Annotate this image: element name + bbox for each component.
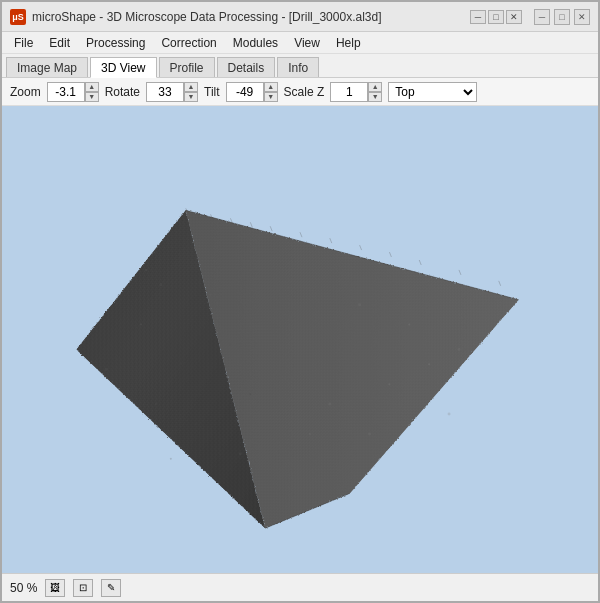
3d-shape bbox=[2, 106, 598, 573]
tilt-down-button[interactable]: ▼ bbox=[264, 92, 278, 102]
mdi-minimize-button[interactable]: ─ bbox=[470, 10, 486, 24]
rotate-label: Rotate bbox=[105, 85, 140, 99]
svg-point-22 bbox=[170, 458, 172, 460]
mdi-controls: ─ □ ✕ bbox=[470, 10, 522, 24]
rotate-spinner: 33 ▲ ▼ bbox=[146, 82, 198, 102]
svg-point-30 bbox=[457, 348, 460, 351]
svg-point-18 bbox=[210, 294, 212, 296]
svg-point-26 bbox=[105, 368, 108, 371]
title-bar: μS microShape - 3D Microscope Data Proce… bbox=[2, 2, 598, 32]
menu-help[interactable]: Help bbox=[328, 32, 369, 53]
zoom-percent: 50 % bbox=[10, 581, 37, 595]
app-icon: μS bbox=[10, 9, 26, 25]
svg-point-14 bbox=[159, 283, 162, 286]
scalez-spinner-buttons: ▲ ▼ bbox=[368, 82, 382, 102]
svg-point-24 bbox=[110, 343, 112, 345]
menu-view[interactable]: View bbox=[286, 32, 328, 53]
minimize-button[interactable]: ─ bbox=[534, 9, 550, 25]
close-button[interactable]: ✕ bbox=[574, 9, 590, 25]
menu-correction[interactable]: Correction bbox=[153, 32, 224, 53]
rotate-down-button[interactable]: ▼ bbox=[184, 92, 198, 102]
scalez-label: Scale Z bbox=[284, 85, 325, 99]
svg-point-16 bbox=[179, 363, 182, 366]
app-window: μS microShape - 3D Microscope Data Proce… bbox=[0, 0, 600, 603]
tab-bar: Image Map 3D View Profile Details Info bbox=[2, 54, 598, 78]
rotate-up-button[interactable]: ▲ bbox=[184, 82, 198, 92]
annotate-icon[interactable]: ✎ bbox=[101, 579, 121, 597]
menu-file[interactable]: File bbox=[6, 32, 41, 53]
tab-3d-view[interactable]: 3D View bbox=[90, 57, 156, 78]
svg-point-15 bbox=[140, 324, 142, 326]
view-select[interactable]: Top Front Side Perspective bbox=[388, 82, 477, 102]
controls-bar: Zoom -3.1 ▲ ▼ Rotate 33 ▲ ▼ Tilt -49 bbox=[2, 78, 598, 106]
svg-point-21 bbox=[194, 422, 197, 425]
tilt-input[interactable]: -49 bbox=[226, 82, 264, 102]
svg-point-20 bbox=[229, 343, 231, 345]
select-icon[interactable]: ⊡ bbox=[73, 579, 93, 597]
svg-point-23 bbox=[239, 452, 242, 455]
menu-modules[interactable]: Modules bbox=[225, 32, 286, 53]
svg-point-37 bbox=[448, 413, 451, 416]
scalez-spinner: 1 ▲ ▼ bbox=[330, 82, 382, 102]
svg-point-27 bbox=[249, 393, 251, 395]
svg-point-25 bbox=[145, 269, 147, 271]
content-area: Image Map 3D View Profile Details Info Z… bbox=[2, 54, 598, 601]
svg-point-17 bbox=[155, 403, 157, 405]
rotate-input[interactable]: 33 bbox=[146, 82, 184, 102]
maximize-button[interactable]: □ bbox=[554, 9, 570, 25]
svg-point-28 bbox=[358, 303, 361, 306]
tab-details[interactable]: Details bbox=[217, 57, 276, 77]
zoom-spinner-buttons: ▲ ▼ bbox=[85, 82, 99, 102]
status-bar: 50 % 🖼 ⊡ ✎ bbox=[2, 573, 598, 601]
tab-profile[interactable]: Profile bbox=[159, 57, 215, 77]
svg-point-35 bbox=[488, 334, 490, 336]
menu-edit[interactable]: Edit bbox=[41, 32, 78, 53]
tilt-spinner: -49 ▲ ▼ bbox=[226, 82, 278, 102]
svg-point-36 bbox=[309, 433, 311, 435]
svg-point-34 bbox=[368, 432, 371, 435]
mdi-close-button[interactable]: ✕ bbox=[506, 10, 522, 24]
scalez-up-button[interactable]: ▲ bbox=[368, 82, 382, 92]
svg-point-29 bbox=[408, 324, 410, 326]
window-controls: ─ □ ✕ bbox=[534, 9, 590, 25]
svg-point-32 bbox=[328, 403, 331, 406]
tilt-up-button[interactable]: ▲ bbox=[264, 82, 278, 92]
zoom-label: Zoom bbox=[10, 85, 41, 99]
zoom-down-button[interactable]: ▼ bbox=[85, 92, 99, 102]
tilt-spinner-buttons: ▲ ▼ bbox=[264, 82, 278, 102]
screenshot-icon[interactable]: 🖼 bbox=[45, 579, 65, 597]
rotate-spinner-buttons: ▲ ▼ bbox=[184, 82, 198, 102]
tab-image-map[interactable]: Image Map bbox=[6, 57, 88, 77]
tab-info[interactable]: Info bbox=[277, 57, 319, 77]
scalez-input[interactable]: 1 bbox=[330, 82, 368, 102]
svg-point-19 bbox=[120, 298, 123, 301]
mdi-maximize-button[interactable]: □ bbox=[488, 10, 504, 24]
zoom-spinner: -3.1 ▲ ▼ bbox=[47, 82, 99, 102]
menu-processing[interactable]: Processing bbox=[78, 32, 153, 53]
3d-viewport[interactable] bbox=[2, 106, 598, 573]
svg-point-31 bbox=[388, 383, 390, 385]
menu-bar: File Edit Processing Correction Modules … bbox=[2, 32, 598, 54]
scalez-down-button[interactable]: ▼ bbox=[368, 92, 382, 102]
title-text: microShape - 3D Microscope Data Processi… bbox=[32, 10, 470, 24]
svg-point-33 bbox=[428, 363, 430, 365]
zoom-up-button[interactable]: ▲ bbox=[85, 82, 99, 92]
tilt-label: Tilt bbox=[204, 85, 220, 99]
zoom-input[interactable]: -3.1 bbox=[47, 82, 85, 102]
